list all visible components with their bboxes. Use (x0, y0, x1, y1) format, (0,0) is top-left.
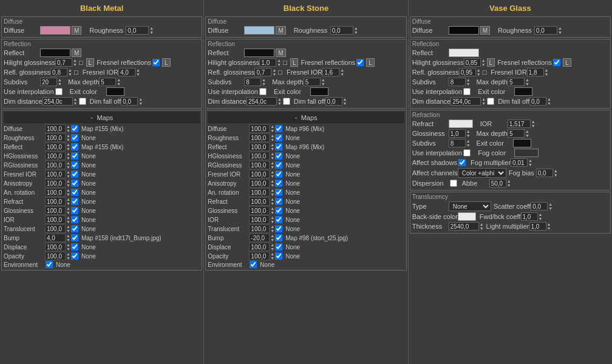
map-row-check[interactable] (275, 143, 282, 150)
back-side-swatch[interactable] (458, 212, 476, 221)
ior-input[interactable] (508, 120, 531, 128)
hilight-gloss-input-2[interactable] (259, 58, 276, 67)
refl-gloss-input-1[interactable] (50, 68, 67, 76)
map-row-value[interactable] (249, 124, 270, 133)
fresnel-ior-input-3[interactable] (527, 68, 544, 76)
map-row-check[interactable] (250, 261, 257, 268)
hilight-gloss-input-1[interactable] (55, 58, 72, 67)
diffuse-m-btn-1[interactable]: M (72, 26, 81, 35)
diffuse-m-btn-2[interactable]: M (276, 26, 285, 35)
map-row-check[interactable] (71, 180, 78, 187)
reflect-m-btn-2[interactable]: M (276, 49, 285, 57)
affect-shadows-check[interactable] (458, 159, 466, 166)
map-row-value[interactable] (45, 143, 66, 151)
map-row-check[interactable] (275, 225, 282, 232)
map-row-value[interactable] (249, 206, 270, 215)
diffuse-m-btn-3[interactable]: M (480, 26, 490, 35)
maps-minus-2[interactable]: - (294, 113, 297, 122)
map-row-check[interactable] (71, 207, 78, 214)
map-row-value[interactable] (45, 224, 66, 233)
dim-fall-input-2[interactable] (325, 97, 342, 106)
use-interp-check-r[interactable] (463, 149, 471, 157)
map-row-value[interactable] (249, 197, 270, 206)
roughness-input-2[interactable] (330, 26, 353, 35)
map-row-check[interactable] (71, 216, 78, 223)
roughness-input-1[interactable] (126, 26, 149, 35)
map-row-value[interactable] (45, 197, 66, 206)
map-row-value[interactable] (45, 188, 66, 197)
l-btn-fresnel-2[interactable]: L (366, 58, 375, 67)
map-row-check[interactable] (71, 125, 78, 132)
exit-color-swatch-3[interactable] (514, 87, 532, 96)
fwd-bck-input[interactable] (521, 212, 538, 221)
fog-color-swatch[interactable] (514, 149, 539, 157)
diffuse-swatch-1[interactable] (40, 26, 70, 35)
map-row-value[interactable] (45, 179, 66, 187)
fresnel-refl-check-1[interactable] (152, 59, 160, 66)
map-row-value[interactable] (249, 161, 270, 169)
reflect-swatch-1[interactable] (40, 49, 70, 57)
map-row-value[interactable] (45, 215, 66, 224)
map-row-value[interactable] (249, 234, 270, 242)
l-btn-hilight-2[interactable]: L (290, 58, 299, 67)
dim-fall-input-3[interactable] (529, 97, 546, 106)
map-row-check[interactable] (71, 252, 78, 260)
fresnel-refl-check-3[interactable] (553, 59, 560, 66)
l-btn-fresnel-1[interactable]: L (162, 58, 171, 67)
map-row-value[interactable] (249, 170, 270, 178)
map-row-value[interactable] (45, 124, 66, 133)
reflect-swatch-2[interactable] (244, 49, 274, 57)
type-select[interactable]: None (449, 201, 491, 211)
thickness-input[interactable] (449, 222, 479, 231)
map-row-value[interactable] (249, 243, 270, 251)
fresnel-ior-input-1[interactable] (118, 68, 135, 76)
map-row-check[interactable] (275, 252, 282, 260)
map-row-value[interactable] (45, 152, 66, 160)
fog-bias-input[interactable] (536, 169, 553, 177)
dim-dist-check-3[interactable] (487, 98, 494, 105)
map-row-check[interactable] (71, 161, 78, 169)
l-btn-fresnel-3[interactable]: L (563, 58, 571, 67)
map-row-check[interactable] (71, 134, 78, 141)
map-row-value[interactable] (249, 143, 270, 151)
map-row-value[interactable] (249, 152, 270, 160)
map-row-check[interactable] (71, 143, 78, 150)
max-depth-input-1[interactable] (99, 78, 116, 86)
map-row-check[interactable] (71, 234, 78, 241)
map-row-check[interactable] (275, 134, 282, 141)
fresnel-ior-input-2[interactable] (322, 68, 339, 76)
map-row-check[interactable] (275, 125, 282, 132)
l-btn-hilight-1[interactable]: L (86, 58, 95, 67)
map-row-value[interactable] (249, 188, 270, 197)
map-row-value[interactable] (249, 252, 270, 260)
scatter-coeff-input[interactable] (531, 202, 548, 211)
diffuse-swatch-3[interactable] (449, 26, 479, 35)
map-row-value[interactable] (249, 215, 270, 224)
l-btn-hilight-3[interactable]: L (487, 58, 495, 67)
refl-gloss-input-3[interactable] (459, 68, 476, 76)
map-row-check[interactable] (275, 180, 282, 187)
hilight-gloss-input-3[interactable] (464, 58, 481, 67)
map-row-check[interactable] (275, 207, 282, 214)
map-row-check[interactable] (275, 152, 282, 160)
exit-color-swatch-1[interactable] (106, 87, 124, 96)
dim-dist-input-1[interactable] (42, 97, 73, 106)
max-depth-input-2[interactable] (304, 78, 321, 86)
map-row-check[interactable] (275, 198, 282, 205)
dim-dist-check-1[interactable] (79, 98, 86, 105)
refract-swatch[interactable] (449, 120, 473, 128)
dim-dist-check-2[interactable] (283, 98, 290, 105)
map-row-check[interactable] (275, 216, 282, 223)
map-row-value[interactable] (45, 234, 66, 242)
map-row-value[interactable] (45, 252, 66, 260)
map-row-check[interactable] (71, 189, 78, 196)
maps-minus-1[interactable]: - (90, 113, 93, 122)
subdivs-input-3[interactable] (449, 78, 466, 86)
max-depth-input-3[interactable] (508, 78, 525, 86)
affect-channels-select[interactable]: Color +alphi (458, 168, 506, 178)
map-row-value[interactable] (45, 133, 66, 142)
map-row-check[interactable] (275, 161, 282, 169)
dim-fall-input-1[interactable] (121, 97, 138, 106)
map-row-check[interactable] (46, 261, 53, 268)
map-row-value[interactable] (45, 170, 66, 178)
